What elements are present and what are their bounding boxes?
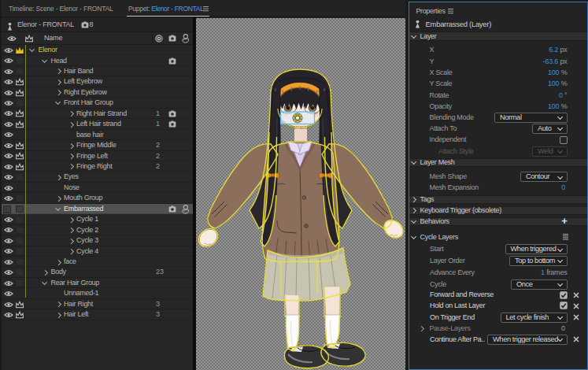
svg-text:Embarrassed: Embarrassed — [283, 124, 313, 130]
